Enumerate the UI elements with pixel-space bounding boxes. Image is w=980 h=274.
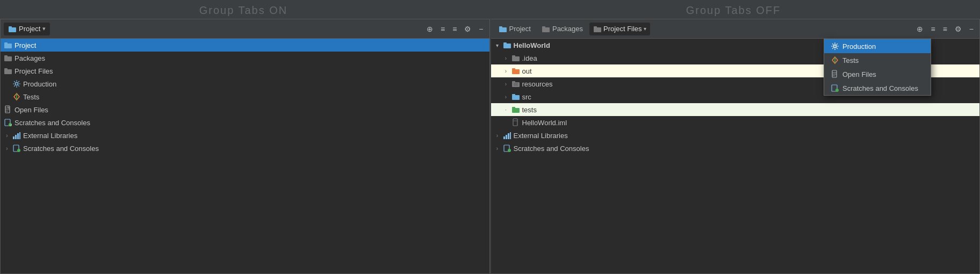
- right-tree-scratches[interactable]: › Scratches and Consoles: [491, 142, 980, 155]
- panels-container: Project ▾ ⊕ ≡ ≡ ⚙ − Project: [0, 19, 980, 274]
- out-arrow: ›: [503, 68, 509, 74]
- svg-rect-36: [512, 55, 515, 57]
- tree-label-production: Production: [23, 80, 56, 88]
- tree-label-external-libs: External Libraries: [23, 132, 77, 140]
- tests-folder-icon: [511, 105, 520, 114]
- tree-item-open-files[interactable]: Open Files: [1, 103, 489, 116]
- right-settings-icon[interactable]: ⚙: [952, 24, 964, 34]
- svg-rect-38: [512, 68, 515, 70]
- svg-rect-21: [499, 27, 507, 32]
- tree-label-helloworld: HelloWorld: [514, 41, 550, 49]
- resources-arrow: ›: [503, 81, 509, 87]
- dropdown-label-scratches: Scratches and Consoles: [842, 84, 918, 92]
- dropdown-item-open-files[interactable]: Open Files: [824, 67, 931, 81]
- helloworld-arrow: ▾: [494, 42, 501, 48]
- svg-rect-45: [512, 94, 515, 96]
- tree-item-tests[interactable]: Tests: [1, 90, 489, 103]
- tree-label-scratches2: Scratches and Consoles: [23, 145, 99, 153]
- packages-folder-icon: [4, 54, 12, 62]
- left-toolbar: Project ▾ ⊕ ≡ ≡ ⚙ −: [1, 19, 489, 39]
- tests-arrow: ·: [503, 107, 509, 113]
- svg-rect-5: [4, 55, 8, 57]
- svg-rect-22: [499, 26, 502, 28]
- svg-rect-11: [5, 106, 10, 113]
- dropdown-gear-icon: [831, 42, 839, 51]
- tree-item-scratches2[interactable]: › Scratches and Consoles: [1, 142, 489, 155]
- dropdown-label-production: Production: [842, 42, 876, 51]
- tree-item-scratches[interactable]: ↺ Scratches and Consoles: [1, 116, 489, 129]
- right-tab-project-files[interactable]: Project Files ▾: [589, 23, 650, 35]
- left-expand-icon[interactable]: ≡: [438, 24, 448, 34]
- dropdown-label-open-files: Open Files: [842, 70, 876, 78]
- project-files-folder-icon: [4, 67, 12, 75]
- dropdown-doc-icon: [831, 70, 839, 78]
- left-minimize-icon[interactable]: −: [476, 24, 486, 34]
- left-panel: Project ▾ ⊕ ≡ ≡ ⚙ − Project: [0, 19, 490, 274]
- watermark-row: Group Tabs ON Group Tabs OFF: [0, 0, 980, 19]
- tree-item-project-files[interactable]: Project Files: [1, 64, 489, 77]
- svg-rect-50: [506, 135, 507, 139]
- tree-item-production[interactable]: Production: [1, 77, 489, 90]
- scratches-icon: ↺: [4, 118, 12, 127]
- left-collapse-icon[interactable]: ≡: [450, 24, 459, 34]
- gear-icon-production: [12, 80, 21, 88]
- dropdown-item-tests[interactable]: Tests: [824, 53, 931, 67]
- project-files-dropdown: Production Tests Open Files: [824, 39, 931, 96]
- svg-rect-48: [513, 119, 517, 126]
- svg-rect-25: [594, 27, 601, 32]
- tree-item-external-libs[interactable]: › External Libraries: [1, 129, 489, 142]
- left-add-icon[interactable]: ⊕: [424, 24, 436, 34]
- right-external-libs-arrow: ›: [494, 133, 501, 139]
- right-project-folder-icon: [499, 25, 507, 33]
- svg-rect-26: [594, 26, 597, 28]
- tree-item-helloworld-iml[interactable]: HelloWorld.iml: [491, 116, 980, 129]
- right-tab-project[interactable]: Project: [494, 23, 535, 35]
- dropdown-item-production[interactable]: Production: [824, 39, 931, 53]
- tree-item-packages[interactable]: Packages: [1, 52, 489, 64]
- left-tab-project-label: Project: [19, 25, 40, 33]
- right-add-icon[interactable]: ⊕: [914, 24, 926, 34]
- project-folder-icon: [4, 41, 12, 49]
- dropdown-tests-icon: [831, 56, 839, 64]
- svg-rect-15: [13, 136, 15, 139]
- svg-rect-24: [542, 26, 545, 28]
- src-arrow: ›: [503, 94, 509, 100]
- left-settings-icon[interactable]: ⚙: [462, 24, 474, 34]
- right-tab-project-label: Project: [509, 25, 531, 33]
- right-expand-icon[interactable]: ≡: [928, 24, 938, 34]
- tree-item-project[interactable]: Project: [1, 39, 489, 52]
- dropdown-item-scratches[interactable]: Scratches and Consoles: [824, 81, 931, 95]
- right-scratches-arrow: ›: [494, 146, 501, 152]
- tree-label-helloworld-iml: HelloWorld.iml: [522, 119, 567, 127]
- src-folder-icon: [511, 92, 520, 101]
- left-tab-project[interactable]: Project ▾: [4, 23, 50, 35]
- svg-point-8: [16, 83, 18, 85]
- svg-rect-39: [512, 82, 520, 87]
- watermark-left: Group Tabs ON: [199, 4, 288, 17]
- right-tree-external-libs[interactable]: › External Libraries: [491, 129, 980, 142]
- svg-rect-6: [4, 69, 12, 74]
- external-libs-arrow: ›: [4, 133, 10, 139]
- tree-label-src: src: [522, 93, 531, 101]
- svg-rect-2: [4, 44, 12, 48]
- dropdown-label-tests: Tests: [842, 56, 859, 64]
- helloworld-folder-icon: [503, 41, 511, 49]
- tree-label-out: out: [522, 67, 532, 75]
- external-libs-icon: [12, 131, 21, 140]
- tree-label-idea: .idea: [522, 54, 537, 62]
- right-tab-packages[interactable]: Packages: [537, 23, 587, 35]
- scratches2-icon: [12, 144, 21, 153]
- svg-point-20: [17, 149, 20, 152]
- svg-rect-17: [17, 133, 19, 139]
- right-collapse-icon[interactable]: ≡: [940, 24, 950, 34]
- resources-folder-icon: [511, 80, 520, 88]
- right-external-libs-icon: [503, 131, 511, 140]
- svg-rect-49: [503, 136, 505, 139]
- tree-item-tests-folder[interactable]: · tests: [491, 103, 980, 116]
- scratches2-arrow: ›: [4, 146, 10, 152]
- svg-rect-34: [503, 42, 507, 44]
- svg-rect-23: [542, 27, 550, 32]
- right-minimize-icon[interactable]: −: [967, 24, 976, 34]
- project-files-chevron-icon: ▾: [644, 26, 646, 32]
- svg-text:↺: ↺: [10, 124, 12, 127]
